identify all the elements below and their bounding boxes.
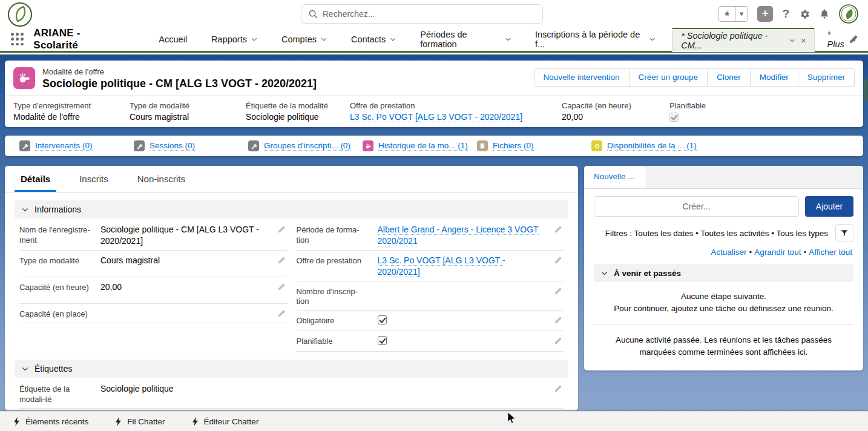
search-icon [309, 10, 318, 19]
highlight-field: Offre de prestation L3 Sc. Po VOGT [ALG … [350, 101, 562, 123]
favorites-star-icon[interactable]: ★ [719, 7, 735, 21]
chevron-down-icon [22, 206, 28, 213]
app-navigation-bar: ARIANE - Scolarité Accueil Rapports Comp… [0, 28, 868, 53]
close-tab-icon[interactable]: × [801, 35, 806, 45]
nav-item-inscriptions[interactable]: Inscriptions à la période de f... [523, 28, 667, 51]
nav-item-comptes[interactable]: Comptes [269, 28, 339, 51]
chevron-down-icon [22, 366, 28, 372]
record-detail-panel: Détails Inscrits Non-inscrits Informatio… [5, 166, 578, 410]
activity-tab-strip: Nouvelle ... [584, 166, 863, 189]
nav-item-periodes-de-formation[interactable]: Périodes de formation [408, 28, 523, 51]
related-lists-quick-links: Intervenants (0) Sessions (0) Groupes d'… [5, 136, 863, 156]
ajouter-button[interactable]: Ajouter [805, 196, 853, 217]
afficher-tout-link[interactable]: Afficher tout [809, 248, 852, 257]
highlight-field: Planifiable [669, 101, 748, 123]
nav-item-rapports[interactable]: Rapports [199, 28, 269, 51]
supprimer-button[interactable]: Supprimer [798, 68, 855, 87]
related-link-disponibilites: Disponibilités de la ... (1) [591, 140, 697, 151]
favorites-split-button[interactable]: ★ ▾ [718, 6, 748, 22]
offre-prestation-link[interactable]: L3 Sc. Po VOGT [ALG L3 VOGT - 2020/2021] [378, 255, 505, 277]
record-entity-label: Modalité de l'offre [42, 67, 317, 76]
edit-pencil-icon[interactable] [277, 256, 286, 265]
highlight-field: Type de modalité Cours magistral [130, 101, 246, 123]
detail-right-column: Période de forma-tion Albert le Grand - … [292, 220, 569, 352]
creer-input[interactable] [594, 196, 799, 217]
tab-details[interactable]: Détails [19, 166, 51, 192]
modalite-object-whistle-icon [13, 67, 35, 89]
chevron-down-icon [251, 36, 257, 42]
tab-non-inscrits[interactable]: Non-inscrits [136, 166, 186, 192]
field-periode-formation: Période de forma-tion Albert le Grand - … [297, 220, 564, 251]
highlight-field: Capacité (en heure) 20,00 [562, 101, 669, 123]
activity-filters-summary: Filtres : Toutes les dates • Toutes les … [605, 229, 828, 238]
utility-editeur-chatter[interactable]: Éditeur Chatter [179, 412, 272, 431]
utility-fil-chatter[interactable]: Fil Chatter [102, 412, 178, 431]
edit-pencil-icon[interactable] [554, 316, 562, 324]
vertical-scrollbar-thumb[interactable] [864, 79, 867, 102]
chevron-down-icon [321, 36, 327, 42]
notifications-bell-icon[interactable] [819, 8, 830, 19]
related-link-fichiers: Fichiers (0) [477, 140, 591, 151]
actualiser-link[interactable]: Actualiser [711, 248, 746, 257]
record-highlights-panel: Modalité de l'offre Sociologie politique… [5, 61, 863, 127]
nav-item-contacts[interactable]: Contacts [339, 28, 408, 51]
utility-bar: Éléments récents Fil Chatter Éditeur Cha… [0, 411, 868, 431]
chevron-down-icon [649, 36, 655, 42]
nav-tab-more[interactable]: * Plus ▾ [815, 30, 868, 49]
edit-pencil-icon[interactable] [554, 384, 562, 393]
section-header-a-venir-et-passes[interactable]: À venir et passés [594, 264, 853, 282]
bolt-icon [13, 417, 20, 426]
record-title: Sociologie politique - CM [ALG L3 VOGT -… [42, 77, 317, 90]
agrandir-tout-link[interactable]: Agrandir tout [754, 248, 801, 257]
chevron-down-icon[interactable] [789, 38, 795, 44]
field-capacite-place: Capacité (en place) [19, 304, 287, 323]
field-nom-court: Nom court Sociologie politique [19, 409, 564, 410]
nouvelle-intervention-button[interactable]: Nouvelle intervention [534, 68, 630, 87]
chevron-down-icon [505, 36, 511, 42]
highlight-field: Étiquette de la modalité Sociologie poli… [246, 101, 350, 123]
app-launcher-waffle-icon[interactable] [11, 33, 24, 46]
ring-icon [591, 140, 602, 151]
file-icon [477, 140, 488, 151]
global-actions-button[interactable]: + [757, 6, 773, 22]
nav-item-accueil[interactable]: Accueil [146, 28, 199, 51]
bolt-icon [115, 417, 122, 426]
field-etiquette-modalite: Étiquette de la modali-té Sociologie pol… [19, 379, 564, 409]
related-link-sessions: Sessions (0) [134, 140, 248, 151]
utility-elements-recents[interactable]: Éléments récents [0, 412, 102, 431]
field-planifiable: Planifiable [297, 331, 564, 352]
user-avatar[interactable] [839, 4, 858, 24]
tab-nouvelle[interactable]: Nouvelle ... [584, 166, 647, 188]
edit-pencil-icon[interactable] [554, 287, 562, 295]
related-link-intervenants: Intervenants (0) [19, 140, 134, 151]
nav-tab-sociologie-politique-active[interactable]: * Sociologie politique - CM... × [672, 27, 815, 52]
modifier-button[interactable]: Modifier [751, 68, 798, 87]
edit-nav-pencil-icon[interactable] [849, 35, 858, 44]
edit-pencil-icon[interactable] [277, 309, 286, 318]
search-input[interactable] [323, 9, 535, 19]
setup-gear-icon[interactable] [798, 8, 810, 20]
tab-inscrits[interactable]: Inscrits [78, 166, 110, 192]
field-nombre-inscription: Nombre d'inscrip-tion [297, 281, 564, 311]
edit-pencil-icon[interactable] [554, 256, 562, 265]
help-button[interactable]: ? [782, 7, 789, 21]
creer-un-groupe-button[interactable]: Créer un groupe [630, 68, 708, 87]
edit-pencil-icon[interactable] [277, 283, 286, 291]
whistle-icon [363, 140, 373, 151]
edit-pencil-icon[interactable] [554, 337, 562, 345]
edit-pencil-icon[interactable] [554, 225, 562, 234]
related-link-groupes-inscription: Groupes d'inscripti... (0) [248, 140, 363, 151]
detail-tabs: Détails Inscrits Non-inscrits [5, 166, 578, 192]
cloner-button[interactable]: Cloner [708, 68, 751, 87]
filter-funnel-button[interactable] [835, 224, 853, 242]
org-logo-leaf-icon [7, 2, 33, 27]
edit-pencil-icon[interactable] [277, 225, 286, 234]
favorites-dropdown-icon[interactable]: ▾ [735, 7, 748, 21]
periode-formation-link[interactable]: Albert le Grand - Angers - Licence 3 VOG… [378, 225, 539, 246]
activity-links: Actualiser•Agrandir tout•Afficher tout [584, 242, 863, 259]
detail-left-column: Nom de l'enregistre-ment Sociologie poli… [15, 220, 292, 352]
offre-de-prestation-link[interactable]: L3 Sc. Po VOGT [ALG L3 VOGT - 2020/2021] [350, 112, 522, 122]
section-header-etiquettes[interactable]: Étiquettes [15, 360, 568, 378]
obligatoire-checkbox [378, 315, 387, 324]
section-header-informations[interactable]: Informations [15, 200, 568, 219]
